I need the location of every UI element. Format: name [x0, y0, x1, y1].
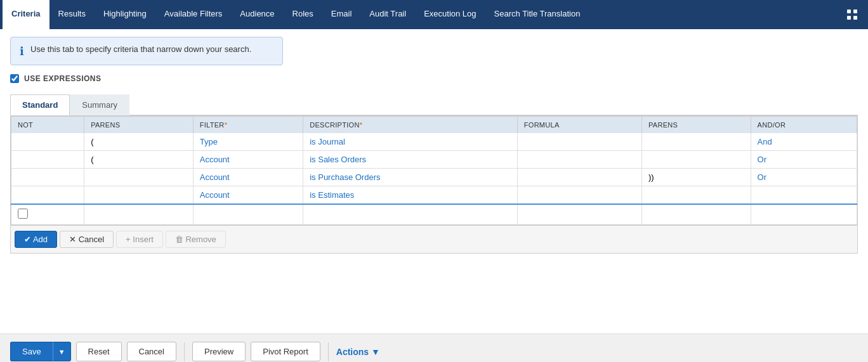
nav-roles[interactable]: Roles	[284, 0, 322, 29]
use-expressions-checkbox[interactable]	[10, 74, 19, 83]
nav-results[interactable]: Results	[49, 0, 95, 29]
new-row-parens-close	[641, 204, 751, 225]
toolbar-separator-1	[184, 342, 185, 361]
cell-filter-2[interactable]: Account	[193, 151, 303, 169]
reset-button[interactable]: Reset	[76, 342, 122, 361]
new-row-select-checkbox[interactable]	[18, 209, 28, 219]
cell-and-or-3: Or	[751, 169, 857, 186]
cell-description-1[interactable]: is Journal	[303, 133, 518, 151]
nav-available-filters[interactable]: Available Filters	[155, 0, 232, 29]
cell-description-2[interactable]: is Sales Orders	[303, 151, 518, 169]
table-row: ( Account is Sales Orders Or	[11, 151, 857, 169]
svg-rect-2	[847, 16, 851, 20]
preview-button[interactable]: Preview	[192, 342, 246, 361]
nav-grid-icon[interactable]	[839, 0, 865, 29]
cell-not-1	[11, 133, 84, 151]
criteria-table: NOT PARENS FILTER* DESCRIPTION* FORMULA …	[11, 116, 857, 225]
nav-criteria[interactable]: Criteria	[3, 0, 49, 29]
cell-and-or-1: And	[751, 133, 857, 151]
new-row-description	[303, 204, 518, 225]
remove-button[interactable]: 🗑 Remove	[166, 231, 226, 248]
new-row-parens	[84, 204, 194, 225]
nav-search-title-translation[interactable]: Search Title Translation	[485, 0, 589, 29]
cell-parens-open-1: (	[84, 133, 194, 151]
tab-summary[interactable]: Summary	[70, 94, 129, 115]
criteria-table-wrapper: NOT PARENS FILTER* DESCRIPTION* FORMULA …	[10, 115, 858, 226]
nav-email[interactable]: Email	[322, 0, 361, 29]
save-button-group: Save ▼	[10, 342, 71, 361]
cell-parens-close-2	[641, 151, 751, 169]
save-button[interactable]: Save	[10, 342, 53, 361]
cell-parens-close-4	[641, 186, 751, 205]
add-button[interactable]: ✔ Add	[15, 231, 57, 248]
table-action-buttons: ✔ Add ✕ Cancel + Insert 🗑 Remove	[10, 226, 858, 254]
sub-tabs: Standard Summary	[10, 94, 858, 115]
col-description: DESCRIPTION*	[303, 117, 518, 134]
table-header-row: NOT PARENS FILTER* DESCRIPTION* FORMULA …	[11, 117, 857, 134]
tab-standard[interactable]: Standard	[10, 94, 70, 115]
cell-filter-4[interactable]: Account	[193, 186, 303, 205]
info-icon: ℹ	[20, 44, 24, 58]
cell-and-or-4	[751, 186, 857, 205]
filter-required: *	[225, 121, 228, 129]
cell-formula-1	[517, 133, 641, 151]
cell-description-4[interactable]: is Estimates	[303, 186, 518, 205]
col-parens-close: PARENS	[641, 117, 751, 134]
info-text: Use this tab to specify criteria that na…	[30, 44, 251, 55]
col-not: NOT	[11, 117, 84, 134]
cell-not-2	[11, 151, 84, 169]
description-required: *	[360, 121, 363, 129]
actions-label: Actions	[336, 347, 369, 357]
nav-audit-trail[interactable]: Audit Trail	[360, 0, 415, 29]
cell-formula-3	[517, 169, 641, 186]
cell-formula-2	[517, 151, 641, 169]
insert-button[interactable]: + Insert	[116, 231, 163, 248]
new-row-formula	[517, 204, 641, 225]
main-content: ℹ Use this tab to specify criteria that …	[0, 29, 868, 333]
cell-parens-close-1	[641, 133, 751, 151]
cancel-row-button[interactable]: ✕ Cancel	[60, 231, 114, 248]
nav-audience[interactable]: Audience	[231, 0, 283, 29]
actions-dropdown-button[interactable]: Actions ▼	[336, 347, 380, 357]
new-row-filter	[193, 204, 303, 225]
toolbar-separator-2	[328, 342, 329, 361]
col-formula: FORMULA	[517, 117, 641, 134]
cell-description-3[interactable]: is Purchase Orders	[303, 169, 518, 186]
new-row	[11, 204, 857, 225]
cell-parens-open-3	[84, 169, 194, 186]
table-row: ( Type is Journal And	[11, 133, 857, 151]
cell-filter-3[interactable]: Account	[193, 169, 303, 186]
cell-formula-4	[517, 186, 641, 205]
new-row-and-or	[751, 204, 857, 225]
pivot-report-button[interactable]: Pivot Report	[251, 342, 320, 361]
col-filter: FILTER*	[193, 117, 303, 134]
svg-rect-3	[853, 16, 857, 20]
cell-parens-open-4	[84, 186, 194, 205]
use-expressions-row: USE EXPRESSIONS	[10, 74, 858, 83]
use-expressions-label: USE EXPRESSIONS	[24, 74, 102, 83]
col-and-or: AND/OR	[751, 117, 857, 134]
nav-highlighting[interactable]: Highlighting	[95, 0, 155, 29]
cancel-button[interactable]: Cancel	[127, 342, 176, 361]
cell-parens-close-3: ))	[641, 169, 751, 186]
svg-rect-1	[853, 10, 857, 13]
cell-and-or-2: Or	[751, 151, 857, 169]
nav-execution-log[interactable]: Execution Log	[415, 0, 485, 29]
col-parens-open: PARENS	[84, 117, 194, 134]
actions-chevron-icon: ▼	[371, 347, 380, 357]
table-row: Account is Purchase Orders )) Or	[11, 169, 857, 186]
save-dropdown-button[interactable]: ▼	[53, 342, 71, 361]
bottom-toolbar: Save ▼ Reset Cancel Preview Pivot Report…	[0, 333, 868, 362]
table-row: Account is Estimates	[11, 186, 857, 205]
cell-parens-open-2: (	[84, 151, 194, 169]
cell-filter-1[interactable]: Type	[193, 133, 303, 151]
top-navigation: Criteria Results Highlighting Available …	[0, 0, 868, 29]
svg-rect-0	[847, 10, 851, 13]
info-box: ℹ Use this tab to specify criteria that …	[10, 37, 283, 65]
new-row-checkbox-cell[interactable]	[11, 204, 84, 225]
cell-not-4	[11, 186, 84, 205]
cell-not-3	[11, 169, 84, 186]
